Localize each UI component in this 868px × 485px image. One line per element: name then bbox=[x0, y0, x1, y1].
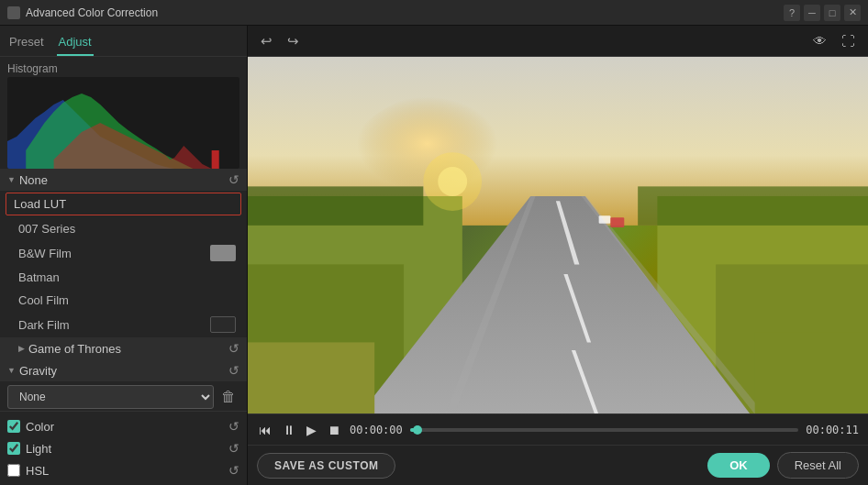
color-label: Color bbox=[26, 420, 223, 434]
svg-point-20 bbox=[438, 167, 467, 196]
prev-frame-button[interactable]: ⏮ bbox=[257, 421, 273, 439]
load-lut-item[interactable]: Load LUT bbox=[6, 193, 241, 215]
lut-got-label: Game of Thrones bbox=[28, 342, 228, 356]
lut-collapse-arrow[interactable]: ▼ bbox=[7, 175, 16, 184]
got-expand-arrow[interactable]: ▶ bbox=[18, 344, 25, 353]
fullscreen-button[interactable]: ⛶ bbox=[838, 31, 859, 50]
light-label: Light bbox=[26, 442, 223, 456]
svg-rect-18 bbox=[755, 333, 868, 413]
play-pause-button[interactable]: ⏸ bbox=[281, 421, 297, 439]
svg-rect-14 bbox=[638, 186, 868, 226]
title-bar-title: Advanced Color Correction bbox=[26, 6, 158, 19]
current-time: 00:00:00 bbox=[350, 424, 403, 436]
end-time: 00:00:11 bbox=[806, 424, 859, 436]
playback-bar: ⏮ ⏸ ▶ ⏹ 00:00:00 00:00:11 bbox=[248, 413, 868, 445]
gravity-collapse-arrow[interactable]: ▼ bbox=[7, 366, 16, 375]
help-button[interactable]: ? bbox=[784, 5, 800, 21]
svg-rect-17 bbox=[248, 342, 374, 413]
light-row: Light ↺ bbox=[0, 437, 247, 459]
left-panel: Preset Adjust Histogram ▼ None ↺ bbox=[0, 26, 248, 485]
gravity-header: ▼ Gravity ↺ bbox=[0, 359, 247, 381]
lut-bw-label: B&W Film bbox=[18, 247, 203, 260]
lut-item-bw[interactable]: B&W Film bbox=[0, 240, 247, 266]
right-panel: ↩ ↪ 👁 ⛶ bbox=[248, 26, 868, 485]
title-bar-controls: ? ─ □ ✕ bbox=[784, 5, 861, 21]
tab-adjust[interactable]: Adjust bbox=[57, 31, 94, 56]
maximize-button[interactable]: □ bbox=[824, 5, 840, 21]
preview-area bbox=[248, 57, 868, 413]
light-reset-icon[interactable]: ↺ bbox=[228, 441, 239, 456]
histogram-area bbox=[7, 77, 239, 169]
save-as-custom-button[interactable]: SAVE AS CUSTOM bbox=[257, 453, 395, 479]
bottom-items: Color ↺ Light ↺ HSL ↺ bbox=[0, 411, 247, 485]
lut-007-label: 007 Series bbox=[18, 222, 75, 236]
title-bar: Advanced Color Correction ? ─ □ ✕ bbox=[0, 0, 868, 26]
lut-batman-label: Batman bbox=[18, 270, 60, 284]
lut-gravity-label: Gravity bbox=[19, 364, 228, 378]
ok-button[interactable]: OK bbox=[707, 453, 770, 478]
undo-button[interactable]: ↩ bbox=[257, 31, 276, 51]
svg-rect-16 bbox=[610, 217, 624, 227]
close-button[interactable]: ✕ bbox=[844, 5, 861, 21]
lut-section: ▼ None ↺ Load LUT 007 Series B&W Film Ba… bbox=[0, 169, 247, 411]
tab-preset[interactable]: Preset bbox=[7, 31, 46, 56]
stop-button[interactable]: ⏹ bbox=[326, 421, 342, 439]
load-lut-label: Load LUT bbox=[14, 197, 66, 211]
lut-item-007[interactable]: 007 Series bbox=[0, 217, 247, 240]
svg-rect-13 bbox=[248, 186, 423, 226]
svg-rect-15 bbox=[599, 215, 611, 224]
play-button[interactable]: ▶ bbox=[305, 421, 318, 439]
lut-reset-icon[interactable]: ↺ bbox=[228, 172, 239, 187]
tabs-row: Preset Adjust bbox=[0, 26, 247, 57]
main-layout: Preset Adjust Histogram ▼ None ↺ bbox=[0, 26, 868, 485]
gravity-reset-icon[interactable]: ↺ bbox=[228, 363, 239, 378]
svg-rect-0 bbox=[212, 150, 219, 169]
hsl-checkbox[interactable] bbox=[7, 464, 20, 477]
lut-dropdown-row: None 007 Series B&W Film Batman Cool Fil… bbox=[0, 381, 247, 411]
timeline-thumb[interactable] bbox=[413, 425, 422, 435]
minimize-button[interactable]: ─ bbox=[804, 5, 820, 21]
light-checkbox[interactable] bbox=[7, 442, 20, 455]
reset-all-button[interactable]: Reset All bbox=[777, 452, 859, 479]
hsl-label: HSL bbox=[26, 464, 223, 478]
lut-none-label: None bbox=[19, 173, 228, 187]
lut-coolfilm-label: Cool Film bbox=[18, 293, 69, 307]
app-icon bbox=[7, 6, 20, 19]
color-row: Color ↺ bbox=[0, 415, 247, 437]
lut-dropdown[interactable]: None 007 Series B&W Film Batman Cool Fil… bbox=[7, 385, 214, 409]
toolbar-row: ↩ ↪ 👁 ⛶ bbox=[248, 26, 868, 57]
lut-item-dark-film[interactable]: Dark Film bbox=[0, 312, 247, 337]
lut-darkfilm-label: Dark Film bbox=[18, 318, 203, 332]
timeline-bar[interactable] bbox=[410, 428, 798, 432]
color-reset-icon[interactable]: ↺ bbox=[228, 419, 239, 434]
preview-toggle-button[interactable]: 👁 bbox=[809, 31, 830, 50]
redo-button[interactable]: ↪ bbox=[284, 31, 303, 51]
lut-item-batman[interactable]: Batman bbox=[0, 266, 247, 289]
lut-none-header: ▼ None ↺ bbox=[0, 169, 247, 191]
hsl-reset-icon[interactable]: ↺ bbox=[228, 463, 239, 478]
bw-swatch bbox=[210, 245, 236, 261]
darkfilm-swatch bbox=[210, 316, 236, 333]
histogram-label: Histogram bbox=[0, 57, 247, 77]
preview-image bbox=[248, 57, 868, 413]
got-header: ▶ Game of Thrones ↺ bbox=[0, 337, 247, 359]
lut-item-cool-film[interactable]: Cool Film bbox=[0, 289, 247, 312]
bottom-bar: SAVE AS CUSTOM OK Reset All bbox=[248, 445, 868, 485]
title-bar-left: Advanced Color Correction bbox=[7, 6, 158, 19]
hsl-row: HSL ↺ bbox=[0, 459, 247, 481]
got-reset-icon[interactable]: ↺ bbox=[228, 341, 239, 356]
delete-lut-button[interactable]: 🗑 bbox=[217, 387, 239, 407]
color-checkbox[interactable] bbox=[7, 420, 20, 433]
